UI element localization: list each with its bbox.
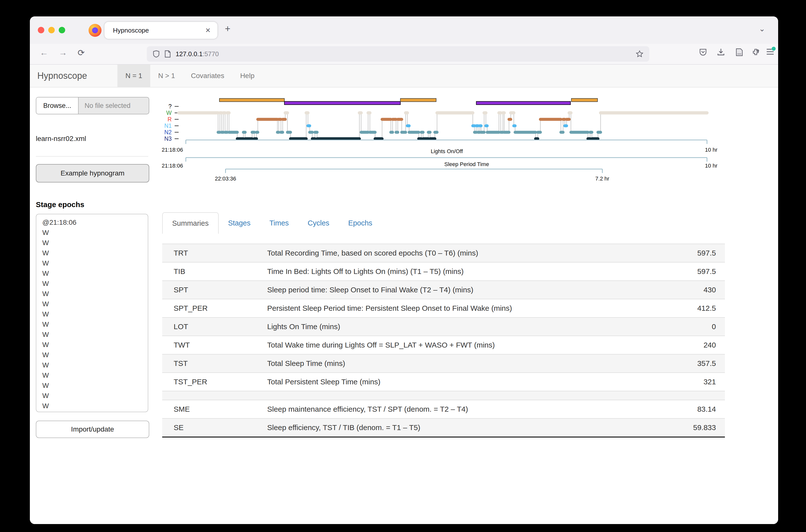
metric-description: Time In Bed: Lights Off to Lights On (mi… — [267, 267, 697, 276]
close-tab-icon[interactable]: ✕ — [202, 25, 214, 36]
metric-code: LOT — [162, 322, 267, 331]
cycle-band-orange — [401, 98, 436, 102]
app-content: Browse... No file selected learn-nsrr02.… — [30, 87, 778, 524]
loaded-filename: learn-nsrr02.xml — [36, 135, 86, 143]
url-bar[interactable]: 127.0.0.1:5770 — [147, 46, 649, 62]
page-info-icon[interactable] — [165, 50, 171, 58]
epoch-list-item: W — [42, 279, 148, 289]
stage-axis-label: W — [166, 110, 172, 116]
import-update-button[interactable]: Import/update — [36, 421, 149, 438]
metric-value: 357.5 — [697, 359, 725, 368]
firefox-icon — [89, 24, 102, 37]
metric-description: Lights On Time (mins) — [267, 322, 712, 331]
metric-code: SME — [162, 405, 267, 413]
list-tabs-chevron-icon[interactable]: ⌄ — [759, 24, 765, 33]
hypnoscope-page: Hypnoscope N = 1N > 1CovariatesHelp Brow… — [30, 65, 778, 524]
metric-value: 59.833 — [693, 423, 725, 432]
epoch-list-item: W — [42, 248, 148, 258]
sleep-onset-time: 22:03:36 — [215, 175, 236, 182]
summaries-table: TRTTotal Recording Time, based on scored… — [162, 244, 725, 438]
example-hypnogram-button[interactable]: Example hypnogram — [36, 164, 149, 183]
menu-hamburger-icon[interactable] — [766, 48, 774, 55]
metric-description: Persistent Sleep Period time: Persistent… — [267, 304, 697, 312]
metric-description: Total Sleep Time (mins) — [267, 359, 697, 368]
sleep-period-duration: 7.2 hr — [595, 175, 609, 182]
sidebar-document-icon[interactable] — [736, 48, 743, 56]
tab-epochs[interactable]: Epochs — [339, 212, 382, 234]
pocket-icon[interactable] — [699, 48, 707, 56]
lights-start-time: 21:18:06 — [162, 163, 183, 169]
epoch-list-item: W — [42, 401, 148, 411]
app-navbar: Hypnoscope N = 1N > 1CovariatesHelp — [30, 65, 778, 88]
browser-tab-bar: Hypnoscope ✕ + ⌄ — [30, 16, 778, 44]
epoch-list-item: W — [42, 360, 148, 370]
epoch-list-item: W — [42, 350, 148, 360]
browser-window: Hypnoscope ✕ + ⌄ ← → ⟳ 127.0.0.1:5770 — [30, 16, 778, 524]
stage-axis-label: N2 — [164, 129, 172, 135]
epoch-list-item: W — [42, 227, 148, 238]
browser-tab-title: Hypnoscope — [113, 26, 202, 34]
epoch-list-item: W — [42, 329, 148, 340]
tab-summaries[interactable]: Summaries — [162, 212, 219, 234]
epoch-list-item: W — [42, 289, 148, 299]
stage-axis-label: N3 — [164, 135, 172, 142]
back-button[interactable]: ← — [40, 48, 48, 57]
cycle-band-orange — [571, 98, 598, 102]
downloads-icon[interactable] — [717, 48, 725, 56]
epoch-list-item: W — [42, 380, 148, 391]
nav-item-n-1[interactable]: N > 1 — [150, 65, 183, 87]
metric-value: 597.5 — [697, 249, 725, 257]
metric-code: TST_PER — [162, 378, 267, 386]
tab-cycles[interactable]: Cycles — [298, 212, 339, 234]
table-row: TSTTotal Sleep Time (mins)357.5 — [162, 354, 725, 373]
sleep-period-label: Sleep Period Time — [444, 161, 489, 167]
sidebar-divider — [36, 156, 148, 157]
nav-item-help[interactable]: Help — [232, 65, 262, 87]
browser-tab[interactable]: Hypnoscope ✕ — [105, 22, 217, 39]
metric-description: Sleep efficiency, TST / TIB (denom. = T1… — [267, 423, 693, 432]
stage-axis-label: R — [167, 116, 172, 122]
browse-button[interactable]: Browse... — [36, 97, 79, 114]
result-tabs: SummariesStagesTimesCyclesEpochs — [162, 212, 382, 234]
extensions-puzzle-icon[interactable] — [752, 48, 760, 56]
stage-epochs-list[interactable]: @21:18:06WWWWWWWWWWWWWWWWWWW — [36, 214, 148, 412]
table-row: SESleep efficiency, TST / TIB (denom. = … — [162, 418, 725, 437]
axis-duration: 10 hr — [705, 147, 717, 153]
tab-stages[interactable]: Stages — [219, 212, 260, 234]
minimize-window-button[interactable] — [48, 27, 55, 33]
epoch-list-item: @21:18:06 — [42, 217, 148, 227]
tab-times[interactable]: Times — [260, 212, 298, 234]
browser-toolbar: ← → ⟳ 127.0.0.1:5770 — [30, 44, 778, 65]
table-row: TRTTotal Recording Time, based on scored… — [162, 244, 725, 262]
nav-item-n-1[interactable]: N = 1 — [117, 65, 150, 87]
cycle-band-orange — [219, 98, 284, 102]
lights-duration: 10 hr — [705, 163, 717, 169]
metric-description: Sleep maintenance efficiency, TST / SPT … — [267, 405, 697, 413]
metric-description: Total Recording Time, based on scored ep… — [267, 249, 697, 257]
epoch-list-item: W — [42, 319, 148, 329]
zoom-window-button[interactable] — [59, 27, 65, 33]
stage-epochs-heading: Stage epochs — [36, 201, 84, 209]
forward-button[interactable]: → — [59, 48, 67, 57]
metric-description: Total Persistent Sleep Time (mins) — [267, 378, 703, 386]
file-status-text: No file selected — [79, 97, 149, 114]
metric-code: SE — [162, 423, 267, 432]
cycle-band-purple — [476, 101, 571, 104]
table-spacer-row — [162, 391, 725, 400]
new-tab-button[interactable]: + — [225, 23, 230, 34]
axis-start-time: 21:18:06 — [162, 147, 183, 153]
bookmark-star-icon[interactable] — [636, 50, 643, 58]
epoch-list-item: W — [42, 238, 148, 248]
table-row: TST_PERTotal Persistent Sleep Time (mins… — [162, 373, 725, 391]
shield-icon — [153, 50, 160, 58]
metric-value: 430 — [703, 286, 725, 294]
metric-code: SPT_PER — [162, 304, 267, 312]
epoch-list-item: W — [42, 299, 148, 309]
nav-item-covariates[interactable]: Covariates — [183, 65, 232, 87]
file-input-control[interactable]: Browse... No file selected — [36, 97, 149, 114]
reload-button[interactable]: ⟳ — [78, 48, 85, 58]
metric-code: SPT — [162, 286, 267, 294]
close-window-button[interactable] — [38, 27, 44, 33]
epoch-list-item: W — [42, 258, 148, 268]
app-brand[interactable]: Hypnoscope — [30, 65, 94, 87]
